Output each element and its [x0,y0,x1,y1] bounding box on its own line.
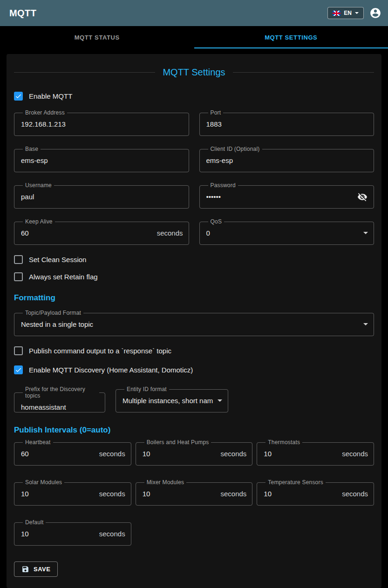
page-title-row: MQTT Settings [7,54,381,78]
discovery-checkbox[interactable]: Enable MQTT Discovery (Home Assistant, D… [14,365,374,374]
broker-port-row: Broker Address Port [14,110,374,136]
boilers-interval-field[interactable]: Boilers and Heat Pumps seconds [136,439,253,466]
qos-value[interactable]: 0 [206,229,359,237]
username-input[interactable] [21,193,183,201]
clean-session-checkbox[interactable]: Set Clean Session [14,255,374,264]
settings-card: MQTT Settings Enable MQTT Broker Address… [7,54,381,588]
topic-format-label: Topic/Payload Format [25,310,81,316]
account-button[interactable] [369,7,381,19]
username-label: Username [25,182,52,189]
discovery-prefix-field[interactable]: Prefix for the Discovery topics [14,386,105,412]
uk-flag-icon [333,11,340,16]
broker-address-label: Broker Address [25,109,65,116]
temperature-label: Temperature Sensors [268,479,323,486]
port-label: Port [211,109,221,116]
default-input[interactable] [21,530,95,538]
client-id-field[interactable]: Client ID (Optional) [199,146,374,172]
active-tab-indicator [194,47,388,48]
base-input[interactable] [21,156,183,164]
checkbox-unchecked-icon [14,346,23,355]
discovery-options-row: Prefix for the Discovery topics Entity I… [14,386,374,412]
clean-session-label: Set Clean Session [29,256,86,264]
heartbeat-input[interactable] [21,450,95,458]
dropdown-arrow-icon [363,232,368,234]
toggle-password-visibility-button[interactable] [357,191,368,203]
topic-format-select[interactable]: Topic/Payload Format Nested in a single … [14,310,374,336]
discovery-prefix-label: Prefix for the Discovery topics [25,386,85,399]
checkbox-unchecked-icon [14,255,23,264]
keep-alive-label: Keep Alive [25,218,53,225]
checkbox-checked-icon [14,365,23,374]
password-field[interactable]: Password [199,182,374,209]
publish-intervals-section-title: Publish Intervals (0=auto) [14,426,374,435]
default-label: Default [25,519,43,526]
tab-bar: MQTT STATUS MQTT SETTINGS [0,26,388,48]
save-button-label: SAVE [34,566,50,573]
divider-right [233,72,374,73]
password-label: Password [211,182,236,189]
enable-mqtt-checkbox[interactable]: Enable MQTT [14,92,374,101]
retain-flag-checkbox[interactable]: Always set Retain flag [14,272,374,281]
seconds-adornment: seconds [99,490,125,498]
username-field[interactable]: Username [14,182,189,209]
temperature-input[interactable] [264,490,338,498]
base-field[interactable]: Base [14,146,189,172]
base-client-row: Base Client ID (Optional) [14,146,374,172]
boilers-label: Boilers and Heat Pumps [147,439,209,446]
heartbeat-interval-field[interactable]: Heartbeat seconds [14,439,131,466]
mixer-input[interactable] [143,490,217,498]
entity-format-value[interactable]: Multiple instances, short name [123,397,213,405]
keep-alive-adornment: seconds [157,229,183,237]
password-input[interactable] [206,193,354,201]
discovery-prefix-input[interactable] [21,403,99,411]
app-bar-actions: EN [327,7,381,19]
port-field[interactable]: Port [199,110,374,136]
dropdown-arrow-icon [218,399,222,402]
tab-mqtt-settings[interactable]: MQTT SETTINGS [194,26,388,48]
tab-mqtt-status[interactable]: MQTT STATUS [0,26,194,48]
solar-label: Solar Modules [25,479,62,486]
client-id-input[interactable] [206,156,368,164]
credentials-row: Username Password [14,182,374,209]
entity-format-select[interactable]: Entity ID format Multiple instances, sho… [116,386,228,412]
mixer-interval-field[interactable]: Mixer Modules seconds [136,480,253,506]
account-circle-icon [369,7,381,19]
qos-select[interactable]: QoS 0 [199,219,374,245]
seconds-adornment: seconds [342,490,368,498]
topic-format-value[interactable]: Nested in a single topic [21,320,359,328]
retain-flag-label: Always set Retain flag [29,273,98,281]
keep-alive-field[interactable]: Keep Alive seconds [14,219,189,245]
app-bar: MQTT EN [0,0,388,26]
port-input[interactable] [206,120,368,128]
thermostats-label: Thermostats [268,439,300,446]
keep-alive-input[interactable] [21,229,153,237]
solar-input[interactable] [21,490,95,498]
publish-response-checkbox[interactable]: Publish command output to a `response` t… [14,346,374,355]
topic-format-row: Topic/Payload Format Nested in a single … [14,310,374,336]
broker-address-field[interactable]: Broker Address [14,110,189,136]
publish-response-label: Publish command output to a `response` t… [29,347,171,355]
page-title: MQTT Settings [163,67,225,78]
keepalive-qos-row: Keep Alive seconds QoS 0 [14,219,374,245]
seconds-adornment: seconds [99,450,125,458]
language-selector-button[interactable]: EN [327,7,364,19]
mixer-label: Mixer Modules [147,479,184,486]
heartbeat-label: Heartbeat [25,439,51,446]
save-button[interactable]: SAVE [14,561,58,577]
seconds-adornment: seconds [220,450,246,458]
tab-mqtt-settings-label: MQTT SETTINGS [265,34,317,41]
chevron-down-icon [355,12,359,14]
base-label: Base [25,146,38,152]
solar-interval-field[interactable]: Solar Modules seconds [14,480,131,506]
default-interval-field[interactable]: Default seconds [14,520,131,546]
boilers-input[interactable] [143,450,217,458]
broker-address-input[interactable] [21,120,183,128]
thermostats-input[interactable] [264,450,338,458]
enable-mqtt-label: Enable MQTT [29,92,72,100]
language-label: EN [344,10,352,16]
publish-intervals-grid: Heartbeat seconds Boilers and Heat Pumps… [14,439,374,546]
temperature-interval-field[interactable]: Temperature Sensors seconds [257,480,374,506]
visibility-off-icon [357,192,368,202]
thermostats-interval-field[interactable]: Thermostats seconds [257,439,374,466]
seconds-adornment: seconds [99,530,125,538]
